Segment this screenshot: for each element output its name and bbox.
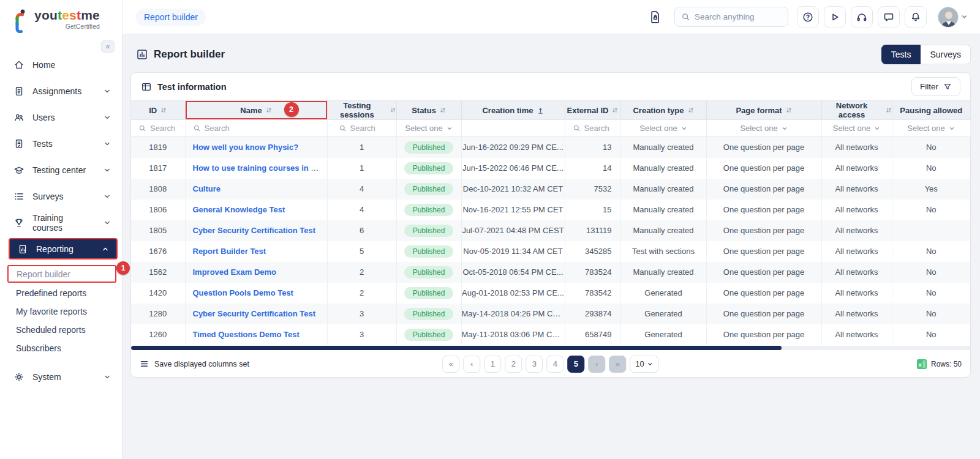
save-columns-button[interactable]: Save displayed columns set [140, 359, 249, 368]
global-search-input[interactable] [695, 12, 774, 21]
page-size-select[interactable]: 10 [630, 356, 658, 373]
column-header-name[interactable]: Name2 [185, 101, 327, 120]
sidebar-item-system[interactable]: System [0, 364, 122, 390]
test-name-link[interactable]: Cyber Security Certification Test [193, 309, 316, 318]
cell-status: Published [396, 200, 461, 220]
brand-logo-icon [12, 9, 31, 35]
tab-tests[interactable]: Tests [881, 45, 921, 64]
scrollbar-thumb[interactable] [131, 346, 782, 350]
test-name-link[interactable]: Report Builder Test [193, 247, 266, 256]
help-button[interactable] [797, 6, 819, 28]
sidebar-item-testing-center[interactable]: Testing center [0, 157, 122, 183]
column-header-creation-type[interactable]: Creation type [620, 101, 706, 120]
cell-creation-type: Manually created [620, 220, 706, 241]
cell-id: 1808 [131, 179, 185, 200]
cell-pausing-allowed: No [892, 304, 970, 324]
pagination-page-1[interactable]: 1 [484, 356, 501, 373]
cell-pausing-allowed: No [892, 137, 970, 158]
test-name-link[interactable]: Improved Exam Demo [193, 267, 277, 277]
pagination-page-4[interactable]: 4 [546, 356, 564, 373]
pagination-prev-button[interactable]: ‹ [463, 356, 480, 373]
app-root: youtestme GetCertified « Home Assignment… [0, 0, 980, 459]
test-name-link[interactable]: Timed Questions Demo Test [193, 330, 300, 339]
test-name-link[interactable]: Cyber Security Certification Test [193, 226, 316, 235]
table-body: 1819 How well you know Physic? 1 Publish… [131, 137, 970, 345]
cell-creation-time: Oct-05-2018 06:54 PM CE... [461, 262, 565, 283]
cell-creation-time: Nov-05-2019 11:34 AM CET [461, 241, 565, 262]
pagination-page-2[interactable]: 2 [505, 356, 522, 373]
column-header-page-format[interactable]: Page format [706, 101, 821, 120]
filter-id-input[interactable] [150, 124, 183, 133]
cell-id: 1562 [131, 262, 185, 283]
submenu-item-predefined-reports[interactable]: Predefined reports [0, 284, 122, 302]
svg-text:x: x [918, 360, 922, 367]
filter-creation-type-select[interactable]: Select one [621, 124, 706, 133]
sidebar-item-tests[interactable]: Tests [0, 130, 122, 157]
filter-status-select[interactable]: Select one [397, 124, 461, 133]
filter-name-input[interactable] [205, 124, 298, 133]
column-header-external-id[interactable]: External ID [565, 101, 620, 120]
pagination-page-5[interactable]: 5 [567, 356, 584, 373]
cell-id: 1676 [131, 241, 185, 262]
cell-creation-type: Generated [620, 283, 706, 304]
column-header-pausing-allowed[interactable]: Pausing allowed [892, 101, 970, 120]
cell-status: Published [396, 241, 461, 262]
cell-external-id: 14 [565, 158, 620, 179]
rows-count-label: Rows: 50 [931, 360, 962, 368]
table-icon [141, 81, 152, 92]
test-name-link[interactable]: Question Pools Demo Test [193, 288, 293, 297]
filter-creation-time-cell[interactable] [461, 120, 565, 137]
sidebar-item-home[interactable]: Home [0, 51, 122, 78]
pagination-next-button[interactable]: › [588, 356, 605, 373]
sidebar-item-reporting[interactable]: Reporting [9, 238, 118, 259]
filter-pausing-allowed-select[interactable]: Select one [892, 124, 970, 133]
column-header-testing-sessions[interactable]: Testing sessions [327, 101, 396, 120]
user-menu[interactable] [938, 7, 968, 28]
file-lock-button[interactable] [645, 7, 666, 28]
column-header-creation-time[interactable]: Creation time [461, 101, 565, 120]
cell-sessions: 1 [327, 137, 396, 158]
column-header-network-access[interactable]: Network access [821, 101, 892, 120]
submenu-item-scheduled-reports[interactable]: Scheduled reports [0, 321, 122, 339]
column-header-status[interactable]: Status [396, 101, 461, 120]
sidebar-item-assignments[interactable]: Assignments [0, 78, 122, 104]
chevron-down-icon [447, 125, 453, 132]
cell-page-format: One question per page [706, 262, 821, 283]
sort-icon [786, 106, 792, 114]
submenu-item-subscribers[interactable]: Subscribers [0, 339, 122, 357]
cell-id: 1420 [131, 283, 185, 304]
cell-pausing-allowed [892, 220, 970, 241]
excel-export-icon[interactable]: x [917, 359, 927, 369]
status-badge: Published [404, 183, 454, 195]
cell-creation-type: Test with sections [620, 241, 706, 262]
support-button[interactable] [851, 6, 873, 28]
sidebar-item-surveys[interactable]: Surveys [0, 183, 122, 209]
test-name-link[interactable]: General Knowledge Test [193, 205, 285, 214]
filter-page-format-select[interactable]: Select one [707, 124, 821, 133]
column-header-id[interactable]: ID [131, 101, 185, 120]
filter-sessions-input[interactable] [350, 124, 391, 133]
submenu-item-report-builder[interactable]: Report builder [7, 265, 116, 283]
pagination-page-3[interactable]: 3 [526, 356, 543, 373]
filter-network-access-select[interactable]: Select one [822, 124, 892, 133]
tutorials-button[interactable] [824, 6, 846, 28]
sidebar: youtestme GetCertified « Home Assignment… [0, 0, 123, 459]
pagination-first-button[interactable]: « [442, 356, 459, 373]
notifications-button[interactable] [905, 6, 927, 28]
tab-surveys[interactable]: Surveys [921, 45, 971, 64]
cell-network-access: All networks [821, 158, 892, 179]
sidebar-item-users[interactable]: Users [0, 104, 122, 130]
breadcrumb[interactable]: Report builder [136, 9, 206, 26]
sidebar-collapse-button[interactable]: « [101, 40, 115, 53]
submenu-item-my-favorite-reports[interactable]: My favorite reports [0, 302, 122, 321]
sidebar-item-training-courses[interactable]: Training courses [0, 209, 122, 236]
test-name-link[interactable]: How to use training courses in YouTest..… [193, 163, 328, 173]
filter-button[interactable]: Filter [911, 77, 960, 96]
filter-external-id-input[interactable] [584, 124, 611, 133]
chat-button[interactable] [878, 6, 900, 28]
test-name-link[interactable]: How well you know Physic? [193, 143, 299, 152]
pagination-last-button[interactable]: » [609, 356, 626, 373]
topbar-actions [797, 6, 927, 28]
table-row: 1260 Timed Questions Demo Test 3 Publish… [131, 324, 970, 345]
test-name-link[interactable]: Culture [193, 184, 221, 193]
